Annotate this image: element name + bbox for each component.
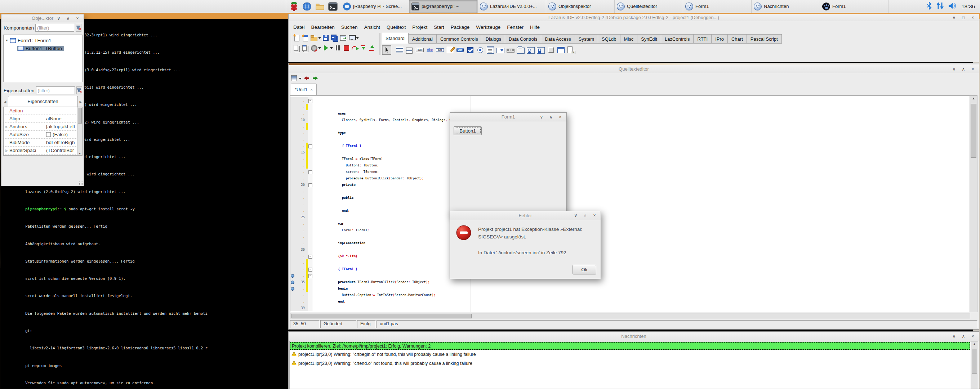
scrollbar-thumb[interactable] — [78, 108, 82, 124]
palette-tab[interactable]: Misc — [620, 34, 638, 44]
property-value[interactable]: [akTop,akLeft — [44, 123, 77, 130]
palette-tab[interactable]: SQLdb — [598, 34, 620, 44]
fold-marker[interactable] — [308, 259, 312, 266]
maximize-icon[interactable]: □ — [959, 14, 967, 21]
menu-item[interactable]: Datei — [290, 24, 308, 30]
component-tree-item[interactable]: Button1: TButton — [4, 44, 81, 52]
fold-marker[interactable] — [308, 175, 312, 181]
menu-item[interactable]: Start — [431, 24, 447, 30]
fold-marker[interactable] — [308, 305, 312, 311]
tree-expand-icon[interactable]: ▾ — [4, 38, 10, 42]
component-tree[interactable]: ▾ Form1: TForm1 Button1: TButton — [3, 35, 83, 82]
palette-component-icon[interactable] — [556, 45, 566, 55]
taskbar-window-button[interactable]: Quelltexteditor — [615, 0, 683, 13]
fold-marker[interactable] — [308, 208, 312, 214]
object-inspector-titlebar[interactable]: Obje...ktor ∨ ∧ × — [2, 14, 84, 22]
palette-component-icon[interactable] — [516, 45, 525, 55]
palette-tab[interactable]: Standard — [382, 33, 409, 44]
property-value[interactable]: (False) — [44, 131, 77, 138]
fold-marker[interactable] — [308, 246, 312, 253]
property-row[interactable]: AutoSize (False) — [3, 131, 77, 139]
palette-tab[interactable]: Common Controls — [437, 34, 482, 44]
property-value[interactable]: bdLeftToRigh — [44, 139, 77, 146]
palette-tab[interactable]: SynEdit — [637, 34, 661, 44]
ide-titlebar[interactable]: Lazarus-IDE v2.0.0+dfsg-2 rDebian packag… — [289, 14, 979, 21]
toolbar-button[interactable] — [342, 44, 350, 52]
message-row[interactable]: Projekt kompilieren, Ziel: /home/pi/tmp/… — [290, 342, 970, 350]
components-filter-clear-button[interactable] — [76, 24, 81, 32]
close-icon[interactable]: × — [969, 65, 977, 73]
property-grid-scrollbar[interactable]: ▼ — [77, 107, 82, 155]
fold-marker[interactable] — [308, 285, 312, 292]
taskbar-window-button[interactable]: Objektinspektor — [546, 0, 615, 13]
fold-marker[interactable] — [308, 233, 312, 240]
property-row[interactable]: Align alNone — [3, 115, 77, 123]
fold-marker[interactable] — [308, 97, 312, 104]
fold-marker[interactable] — [308, 292, 312, 298]
form-titlebar[interactable]: Form1 ∨ ∧ × — [450, 113, 566, 121]
fold-marker[interactable] — [308, 110, 312, 117]
fold-marker[interactable] — [308, 143, 312, 149]
fold-marker[interactable] — [308, 240, 312, 246]
property-row[interactable]: BidiMode bdLeftToRigh — [3, 139, 77, 147]
fold-marker[interactable] — [308, 298, 312, 305]
palette-tab[interactable]: Data Access — [541, 34, 575, 44]
scrollbar-thumb[interactable] — [291, 314, 472, 318]
toolbar-button[interactable] — [321, 33, 330, 42]
fold-marker[interactable] — [308, 266, 312, 272]
palette-tab[interactable]: Pascal Script — [747, 34, 782, 44]
fold-marker[interactable] — [308, 188, 312, 195]
toolbar-button[interactable] — [333, 44, 342, 52]
editor-horizontal-scrollbar[interactable] — [290, 313, 970, 319]
minimize-icon[interactable]: ∨ — [950, 65, 958, 73]
minimize-icon[interactable]: ∨ — [950, 14, 958, 21]
toolbar-button[interactable] — [330, 33, 339, 42]
messages-titlebar[interactable]: Nachrichten ∨ ∧ × — [289, 332, 979, 341]
file-manager-icon[interactable] — [313, 1, 326, 12]
components-filter-input[interactable] — [35, 24, 74, 32]
fold-marker[interactable] — [308, 181, 312, 188]
palette-component-icon[interactable] — [445, 45, 455, 55]
toolbar-button[interactable] — [359, 44, 368, 52]
menu-item[interactable]: Werkzeuge — [473, 24, 504, 30]
property-value[interactable]: (TControlBor — [44, 147, 77, 154]
palette-component-icon[interactable] — [546, 45, 555, 55]
scroll-up-icon[interactable]: ▲ — [970, 97, 977, 100]
toolbar-button[interactable] — [292, 44, 301, 52]
scrollbar-thumb[interactable] — [972, 349, 977, 374]
toolbar-button[interactable] — [347, 33, 359, 42]
close-icon[interactable]: × — [969, 333, 977, 340]
property-expand-icon[interactable]: ▷ — [3, 125, 10, 129]
properties-filter-clear-button[interactable] — [76, 86, 82, 94]
toolbar-button[interactable] — [321, 44, 333, 52]
fold-marker[interactable] — [308, 214, 312, 221]
palette-component-icon[interactable] — [506, 45, 515, 55]
restore-icon[interactable]: ∧ — [547, 113, 555, 121]
palette-tab[interactable]: System — [575, 34, 598, 44]
palette-tab[interactable]: Chart — [728, 34, 747, 44]
toolbar-button[interactable] — [292, 33, 301, 42]
fold-marker[interactable] — [308, 279, 312, 285]
property-row[interactable]: Action — [3, 107, 77, 115]
taskbar-window-button[interactable]: Form1 — [820, 0, 888, 13]
dropdown-arrow-icon[interactable] — [356, 33, 359, 41]
palette-component-icon[interactable]: Abc — [425, 45, 434, 55]
palette-component-icon[interactable] — [496, 45, 505, 55]
palette-tab[interactable]: Dialogs — [482, 34, 505, 44]
property-grid[interactable]: Action Align alNone — [3, 106, 83, 156]
checkbox-icon[interactable] — [46, 132, 51, 137]
minimize-icon[interactable]: ∨ — [538, 113, 546, 121]
palette-component-icon[interactable] — [405, 45, 414, 55]
volume-icon[interactable] — [948, 2, 957, 11]
menu-item[interactable]: Quelltext — [383, 24, 409, 30]
tab-close-icon[interactable]: × — [310, 87, 312, 92]
ok-button[interactable]: Ok — [573, 265, 596, 275]
fold-marker[interactable] — [308, 123, 312, 130]
fold-marker[interactable] — [308, 227, 312, 233]
close-icon[interactable]: × — [590, 212, 598, 219]
minimize-icon[interactable]: ∨ — [950, 333, 958, 340]
palette-component-icon[interactable] — [526, 45, 535, 55]
taskbar-window-button[interactable]: Lazarus-IDE v2.0.0+... — [478, 0, 546, 13]
property-row[interactable]: ▷ BorderSpaci (TControlBor — [3, 147, 77, 154]
fold-marker[interactable] — [308, 162, 312, 168]
